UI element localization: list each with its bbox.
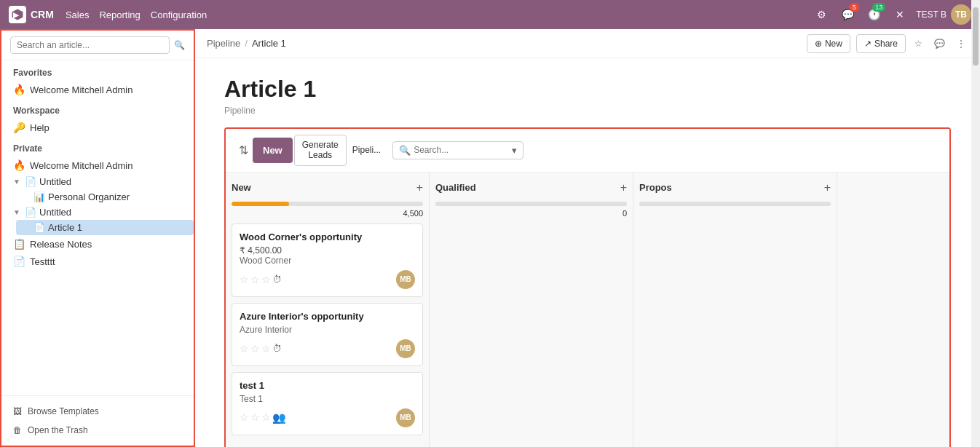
menu-configuration[interactable]: Configuration [151,9,207,20]
kanban-col-add-qualified[interactable]: + [620,181,627,194]
testttt-icon: 📄 [13,256,25,267]
content-header: Pipeline / Article 1 ⊕ New ↗ Share ☆ 💬 ⋮ [195,29,980,58]
menu-sales[interactable]: Sales [66,9,90,20]
tree-row-untitled-2[interactable]: ▼ 📄 Untitled [1,205,194,220]
sidebar-item-welcome-mitchell[interactable]: 🔥 Welcome Mitchell Admin [1,81,194,98]
settings-icon-btn[interactable]: ⚙ [811,4,831,25]
scrollbar-track[interactable] [971,0,980,447]
activity-icon-btn[interactable]: 🕐 13 [864,4,884,25]
sidebar-footer: 🖼 Browse Templates 🗑 Open the Trash [1,395,194,446]
user-menu[interactable]: TEST B TB [916,4,971,25]
card-title-azure: Azure Interior's opportunity [240,311,415,322]
crm-pipeline-button[interactable]: Pipeli... [347,145,387,155]
scrollbar-thumb[interactable] [973,7,979,66]
crm-collapse-btn[interactable]: ⇅ [234,142,253,159]
kanban-col-header-propos: Propos + [639,178,831,197]
star-2: ☆ [250,274,260,285]
kanban-progress-bar-propos [639,202,831,206]
close-icon-btn[interactable]: ✕ [890,4,910,25]
star-3: ☆ [261,274,271,285]
kanban-card-wood-corner[interactable]: Wood Corner's opportunity ₹ 4,500.00 Woo… [232,224,423,297]
doc-icon-2: 📄 [25,207,36,218]
card-amount-wood-corner: ₹ 4,500.00 [240,245,415,256]
browse-templates-btn[interactable]: 🖼 Browse Templates [1,402,194,421]
release-notes-icon: 📋 [13,238,25,250]
table-icon: 📊 [33,191,45,202]
chat-icon-btn[interactable]: 💬 [931,36,948,52]
crm-generate-leads-button[interactable]: Generate Leads [294,135,347,166]
sidebar-item-release-notes[interactable]: 📋 Release Notes [1,235,194,253]
tree-row-personal-organizer[interactable]: 📊 Personal Organizer [16,189,194,205]
chevron-down-icon-2: ▼ [13,208,22,216]
card-title-test1: test 1 [240,380,415,391]
kanban-progress-fill-new [232,202,289,206]
card-avatar-azure: MB [396,339,415,358]
star-t2: ☆ [250,411,260,424]
kanban-col-qualified: Qualified + 0 [430,173,633,447]
card-company-test1: Test 1 [240,394,415,404]
chevron-down-icon-1: ▼ [13,178,22,186]
star-1: ☆ [240,274,249,285]
share-icon: ↗ [864,39,872,49]
card-footer-azure: ☆ ☆ ☆ ⏱ MB [240,339,415,358]
card-company-azure: Azure Interior [240,325,415,335]
people-icon: 👥 [272,411,286,424]
open-trash-label: Open the Trash [28,425,88,435]
untitled-2-children: 📄 Article 1 [1,220,194,235]
app-logo[interactable]: ▶ CRM [9,6,54,23]
favorites-item-label: Welcome Mitchell Admin [30,84,133,95]
star-t3: ☆ [261,411,271,424]
kanban-card-azure[interactable]: Azure Interior's opportunity Azure Inter… [232,303,423,366]
sidebar-item-private-welcome[interactable]: 🔥 Welcome Mitchell Admin [1,157,194,174]
close-icon: ✕ [896,9,904,20]
logo-icon: ▶ [9,6,26,23]
key-icon: 🔑 [13,122,25,133]
kanban-col-add-new[interactable]: + [416,181,423,194]
sidebar-item-testttt[interactable]: 📄 Testttt [1,253,194,270]
user-avatar: TB [951,4,971,25]
doc-icon-1: 📄 [25,176,36,187]
clock-icon-1: ⏱ [272,274,282,285]
untitled-1-children: 📊 Personal Organizer [1,189,194,205]
messages-icon-btn[interactable]: 💬 5 [837,4,858,25]
settings-icon: ⚙ [817,9,826,20]
trash-icon: 🗑 [13,425,22,435]
personal-organizer-label: Personal Organizer [48,191,130,202]
share-button[interactable]: ↗ Share [856,34,906,53]
fire-icon-2: 🔥 [13,159,25,171]
search-icon-crm: 🔍 [399,145,411,156]
kanban-board: New + 4,500 Wood Corner's opportunity ₹ … [226,173,949,447]
tree-row-untitled-1[interactable]: ▼ 📄 Untitled [1,174,194,189]
search-input[interactable] [10,36,170,54]
article-subtitle: Pipeline [224,106,951,116]
sidebar-item-help[interactable]: 🔑 Help [1,119,194,136]
untitled-2-label: Untitled [39,207,71,218]
star-icon-btn[interactable]: ☆ [912,36,925,52]
top-right-actions: ⚙ 💬 5 🕐 13 ✕ TEST B TB [811,4,971,25]
card-avatar-test1: MB [396,408,415,427]
kanban-col-title-propos: Propos [639,182,672,193]
new-button[interactable]: ⊕ New [807,34,850,53]
main-content: Pipeline / Article 1 ⊕ New ↗ Share ☆ 💬 ⋮ [195,29,980,447]
breadcrumb-parent[interactable]: Pipeline [207,38,240,49]
crm-new-button[interactable]: New [253,138,293,163]
crm-toolbar: ⇅ New Generate Leads Pipeli... 🔍 ▾ [226,129,949,173]
star-t1: ☆ [240,411,249,424]
article-icon: 📄 [33,222,45,233]
card-footer-wood-corner: ☆ ☆ ☆ ⏱ MB [240,270,415,289]
more-options-icon-btn[interactable]: ⋮ [954,36,968,52]
tree-row-article1[interactable]: 📄 Article 1 [16,220,194,235]
crm-embed-block: ⇅ New Generate Leads Pipeli... 🔍 ▾ [224,127,951,447]
kanban-progress-value-qualified: 0 [435,209,627,218]
kanban-card-test1[interactable]: test 1 Test 1 ☆ ☆ ☆ 👥 MB [232,372,423,435]
crm-search-dropdown-btn[interactable]: ▾ [512,145,517,156]
open-trash-btn[interactable]: 🗑 Open the Trash [1,421,194,440]
release-notes-label: Release Notes [30,239,92,250]
star-a1: ☆ [240,343,249,355]
kanban-col-add-propos[interactable]: + [824,181,831,194]
kanban-progress-bar-new [232,202,423,206]
crm-search-input[interactable] [414,145,512,155]
menu-reporting[interactable]: Reporting [99,9,140,20]
kanban-col-header-new: New + [232,178,423,197]
user-name-label: TEST B [916,9,947,20]
